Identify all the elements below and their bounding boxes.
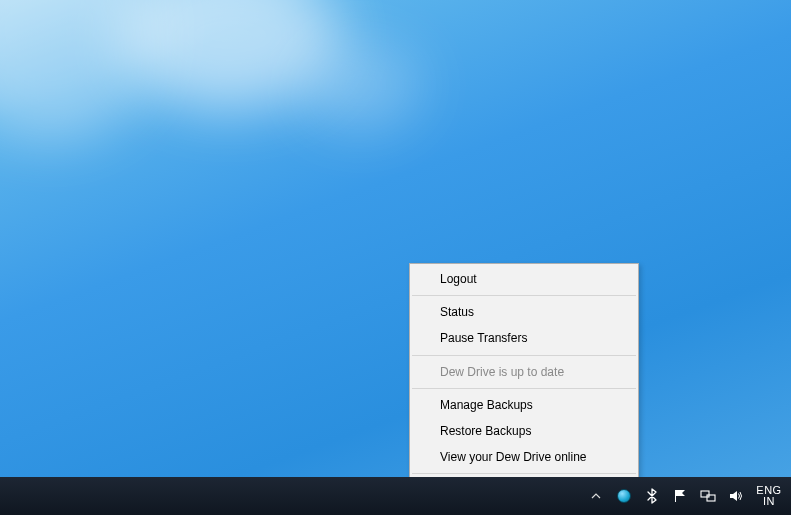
menu-item-logout[interactable]: Logout: [410, 266, 638, 292]
menu-item-manage-backups[interactable]: Manage Backups: [410, 392, 638, 418]
show-hidden-icons-button[interactable]: [587, 487, 605, 505]
menu-item-status[interactable]: Status: [410, 299, 638, 325]
desktop-wallpaper[interactable]: Logout Status Pause Transfers Dew Drive …: [0, 0, 791, 515]
dewdrive-tray-icon[interactable]: [615, 487, 633, 505]
menu-item-pause-transfers[interactable]: Pause Transfers: [410, 325, 638, 351]
menu-separator: [412, 388, 636, 389]
bluetooth-icon[interactable]: [643, 487, 661, 505]
menu-separator: [412, 473, 636, 474]
network-icon[interactable]: [699, 487, 717, 505]
menu-item-sync-status: Dew Drive is up to date: [410, 359, 638, 385]
wallpaper-highlight: [120, 0, 340, 110]
svg-rect-1: [707, 495, 715, 501]
action-center-flag-icon[interactable]: [671, 487, 689, 505]
svg-rect-0: [701, 491, 709, 497]
menu-separator: [412, 355, 636, 356]
wallpaper-highlight: [300, 40, 420, 130]
taskbar: ENG IN: [0, 477, 791, 515]
menu-item-view-online[interactable]: View your Dew Drive online: [410, 444, 638, 470]
volume-icon[interactable]: [727, 487, 745, 505]
wallpaper-highlight: [0, 0, 160, 140]
system-tray: ENG IN: [587, 485, 783, 507]
menu-item-restore-backups[interactable]: Restore Backups: [410, 418, 638, 444]
language-line2: IN: [763, 496, 775, 507]
menu-separator: [412, 295, 636, 296]
language-indicator[interactable]: ENG IN: [755, 485, 783, 507]
